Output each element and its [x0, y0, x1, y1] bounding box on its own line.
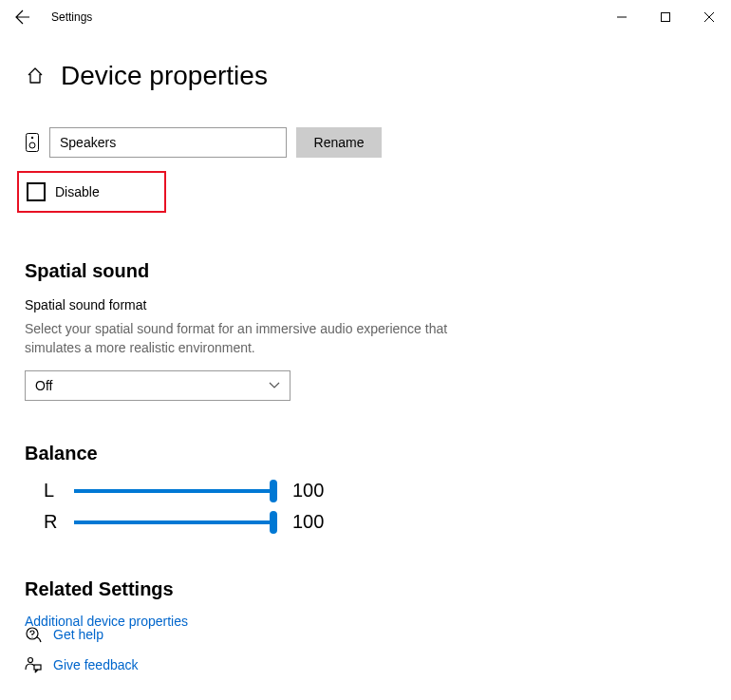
get-help-link: Get help	[53, 627, 103, 642]
content: Device properties Rename Disable Spatial…	[0, 34, 731, 629]
rename-button[interactable]: Rename	[296, 127, 382, 158]
back-button[interactable]	[9, 4, 36, 30]
balance-left-slider[interactable]	[74, 489, 273, 493]
device-name-row: Rename	[25, 127, 706, 158]
close-icon	[704, 12, 714, 22]
svg-rect-0	[662, 13, 670, 22]
titlebar-left: Settings	[9, 4, 92, 30]
spatial-format-label: Spatial sound format	[25, 297, 706, 312]
page-header: Device properties	[25, 61, 706, 91]
close-button[interactable]	[687, 2, 731, 32]
home-icon[interactable]	[25, 66, 46, 86]
disable-checkbox[interactable]	[27, 182, 46, 201]
chevron-down-icon	[269, 382, 280, 389]
disable-checkbox-highlight: Disable	[17, 171, 166, 213]
svg-point-3	[29, 142, 35, 148]
svg-rect-7	[34, 665, 41, 670]
spatial-sound-heading: Spatial sound	[25, 260, 706, 282]
slider-thumb	[270, 511, 277, 534]
help-icon	[25, 626, 42, 643]
help-section: Get help Give feedback	[25, 626, 139, 687]
minimize-icon	[617, 12, 627, 22]
give-feedback-row[interactable]: Give feedback	[25, 656, 139, 673]
balance-heading: Balance	[25, 443, 706, 464]
spatial-help-text: Select your spatial sound format for an …	[25, 320, 499, 357]
maximize-icon	[661, 12, 670, 22]
disable-label: Disable	[55, 184, 100, 199]
minimize-button[interactable]	[600, 2, 644, 32]
balance-left-label: L	[44, 480, 59, 501]
give-feedback-link: Give feedback	[53, 657, 139, 672]
balance-left-value: 100	[292, 480, 324, 501]
slider-thumb	[270, 480, 277, 502]
arrow-left-icon	[15, 9, 30, 25]
balance-left-row: L 100	[25, 480, 706, 501]
page-title: Device properties	[61, 61, 268, 91]
device-name-input[interactable]	[49, 127, 287, 158]
titlebar: Settings	[0, 0, 731, 34]
balance-right-label: R	[44, 511, 59, 533]
window-controls	[600, 2, 731, 32]
balance-right-value: 100	[292, 511, 324, 533]
app-title: Settings	[51, 10, 92, 24]
svg-point-5	[31, 636, 32, 637]
related-settings-heading: Related Settings	[25, 578, 706, 600]
balance-right-row: R 100	[25, 511, 706, 533]
maximize-button[interactable]	[644, 2, 687, 32]
spatial-format-dropdown[interactable]: Off	[25, 370, 291, 401]
svg-point-6	[28, 658, 33, 663]
speaker-icon	[25, 132, 40, 153]
svg-point-2	[31, 137, 33, 139]
dropdown-value: Off	[35, 378, 52, 393]
feedback-icon	[25, 656, 42, 673]
balance-right-slider[interactable]	[74, 520, 273, 524]
get-help-row[interactable]: Get help	[25, 626, 139, 643]
